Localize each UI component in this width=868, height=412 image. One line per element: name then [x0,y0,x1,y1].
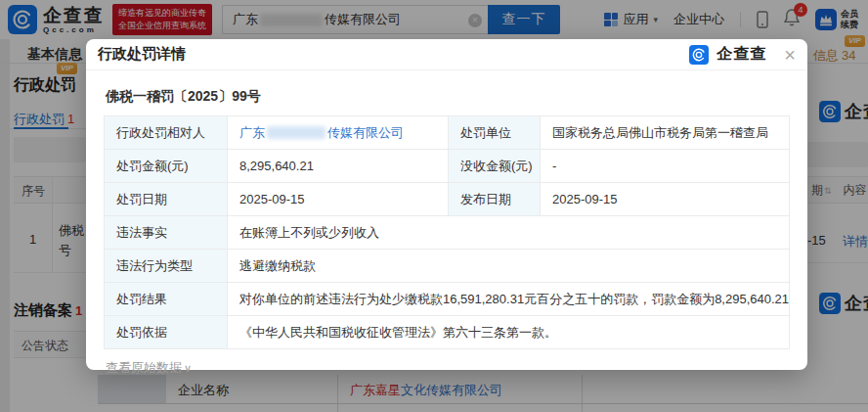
row-value: 2025-09-15 [541,183,790,216]
row-value: 在账簿上不列或少列收入 [228,216,790,250]
row-label: 行政处罚相对人 [105,116,228,150]
row-label: 处罚金额(元) [105,150,228,183]
row-label: 处罚日期 [105,183,228,216]
row-label: 违法事实 [105,216,228,250]
chevron-down-icon: ∨ [184,362,192,374]
row-label: 处罚单位 [449,116,541,150]
penalty-table: 行政处罚相对人 广东传媒有限公司 处罚单位 国家税务总局佛山市税务局第一稽查局 … [104,115,790,349]
row-value: 2025-09-15 [228,183,449,216]
view-raw-data-link[interactable]: 查看原始数据∨ [106,359,192,377]
modal-header: 行政处罚详情 企查查 × [86,39,807,70]
row-label: 发布日期 [449,183,541,216]
modal-body: 佛税一稽罚〔2025〕99号 行政处罚相对人 广东传媒有限公司 处罚单位 国家税… [86,70,807,377]
table-row: 处罚结果 对你单位的前述违法行为处少缴税款16,591,280.31元百分之五十… [105,283,790,316]
row-value: 对你单位的前述违法行为处少缴税款16,591,280.31元百分之五十的罚款，罚… [228,283,790,316]
table-row: 处罚依据 《中华人民共和国税收征收管理法》第六十三条第一款。 [105,316,790,349]
redacted-text [267,126,326,139]
row-value: 8,295,640.21 [228,150,449,183]
modal-title: 行政处罚详情 [98,45,186,64]
table-row: 行政处罚相对人 广东传媒有限公司 处罚单位 国家税务总局佛山市税务局第一稽查局 [105,116,790,150]
app-window: 企查查 Qcc.com 缔造有远见的商业传奇 全国企业信用查询系统 广东传媒有限… [0,0,868,412]
row-value: - [541,150,790,183]
row-label: 处罚依据 [105,316,228,349]
table-row: 违法事实 在账簿上不列或少列收入 [105,216,790,250]
row-label: 违法行为类型 [105,250,228,283]
row-label: 处罚结果 [105,283,228,316]
row-value: 逃避缴纳税款 [228,250,790,283]
modal-header-right: 企查查 × [689,44,796,65]
penalty-party-link[interactable]: 广东传媒有限公司 [239,125,404,140]
row-value: 国家税务总局佛山市税务局第一稽查局 [541,116,790,150]
table-row: 处罚金额(元) 8,295,640.21 没收金额(元) - [105,150,790,183]
penalty-doc-number: 佛税一稽罚〔2025〕99号 [106,88,790,106]
row-value: 广东传媒有限公司 [228,116,449,150]
row-label: 没收金额(元) [449,150,541,183]
qcc-logo-icon [689,45,709,65]
penalty-detail-modal: 行政处罚详情 企查查 × 佛税一稽罚〔2025〕99号 行政处罚相对人 广东传媒… [86,39,807,370]
row-value: 《中华人民共和国税收征收管理法》第六十三条第一款。 [228,316,790,349]
table-row: 违法行为类型 逃避缴纳税款 [105,250,790,283]
close-icon[interactable]: × [784,45,796,65]
modal-brand: 企查查 [716,44,766,65]
table-row: 处罚日期 2025-09-15 发布日期 2025-09-15 [105,183,790,216]
